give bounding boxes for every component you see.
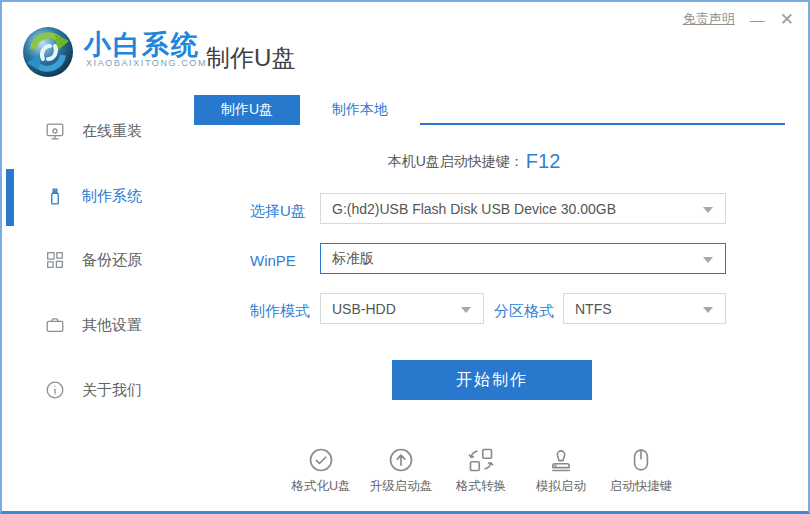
partition-select-label: 分区格式 (494, 302, 554, 321)
sidebar-item-label: 制作系统 (82, 187, 142, 206)
minimize-button[interactable]: — (750, 12, 765, 27)
sidebar-item-label: 关于我们 (82, 381, 142, 400)
page-title: 制作U盘 (206, 42, 295, 74)
close-button[interactable]: ✕ (780, 11, 794, 28)
tool-upgrade-bootdisk[interactable]: 升级启动盘 (366, 446, 436, 495)
tool-label: 格式转换 (456, 478, 506, 495)
winpe-select-value: 标准版 (332, 250, 374, 268)
tab-make-usb[interactable]: 制作U盘 (194, 95, 300, 125)
tool-label: 升级启动盘 (370, 478, 433, 495)
tool-label: 启动快捷键 (610, 478, 673, 495)
boot-hotkey-row: 本机U盘启动快捷键：F12 (194, 150, 754, 173)
arrow-up-circle-icon (387, 446, 415, 474)
tool-simulate-boot[interactable]: 模拟启动 (526, 446, 596, 495)
convert-arrows-icon (467, 446, 495, 474)
monitor-icon (44, 120, 66, 142)
boot-hotkey-label: 本机U盘启动快捷键： (388, 153, 524, 169)
boot-hotkey-value: F12 (526, 150, 560, 172)
start-make-button[interactable]: 开始制作 (392, 360, 592, 400)
usb-select-value: G:(hd2)USB Flash Disk USB Device 30.00GB (332, 201, 616, 217)
chevron-down-icon (703, 257, 713, 263)
tool-format-usb[interactable]: 格式化U盘 (286, 446, 356, 495)
info-circle-icon (44, 379, 66, 401)
stamp-icon (547, 446, 575, 474)
tab-make-local[interactable]: 制作本地 (300, 95, 420, 125)
check-circle-icon (307, 446, 335, 474)
titlebar-controls: 免责声明 — ✕ (683, 10, 794, 28)
briefcase-icon (44, 314, 66, 336)
brand-logo-icon (22, 26, 74, 78)
mouse-icon (627, 446, 655, 474)
usb-select[interactable]: G:(hd2)USB Flash Disk USB Device 30.00GB (320, 193, 726, 224)
grid-squares-icon (44, 249, 66, 271)
sidebar-item-make-system[interactable]: 制作系统 (44, 185, 142, 207)
chevron-down-icon (461, 307, 471, 313)
partition-select-value: NTFS (575, 301, 612, 317)
tool-format-convert[interactable]: 格式转换 (446, 446, 516, 495)
tab-bar: 制作U盘 制作本地 (194, 95, 785, 125)
mode-select-value: USB-HDD (332, 301, 396, 317)
mode-select-label: 制作模式 (250, 302, 310, 321)
sidebar-item-online-reinstall[interactable]: 在线重装 (44, 120, 142, 142)
winpe-select-label: WinPE (250, 252, 296, 269)
disclaimer-link[interactable]: 免责声明 (683, 10, 735, 28)
tool-boot-hotkey[interactable]: 启动快捷键 (606, 446, 676, 495)
tool-label: 格式化U盘 (291, 478, 350, 495)
footer-tools: 格式化U盘 升级启动盘 格式转换 (286, 446, 676, 495)
sidebar-item-label: 在线重装 (82, 122, 142, 141)
mode-select[interactable]: USB-HDD (320, 293, 484, 324)
partition-select[interactable]: NTFS (563, 293, 726, 324)
sidebar-item-about-us[interactable]: 关于我们 (44, 379, 142, 401)
app-window: 免责声明 — ✕ 小白系统 XIAOBAIXITONG.COM 制作U盘 在线重… (0, 0, 810, 514)
sidebar-item-label: 备份还原 (82, 251, 142, 270)
chevron-down-icon (703, 207, 713, 213)
tool-label: 模拟启动 (536, 478, 586, 495)
sidebar-active-indicator (6, 169, 14, 226)
sidebar-item-other-settings[interactable]: 其他设置 (44, 314, 142, 336)
usb-select-label: 选择U盘 (250, 202, 306, 221)
brand-domain: XIAOBAIXITONG.COM (86, 58, 207, 68)
winpe-select[interactable]: 标准版 (320, 243, 726, 274)
sidebar-item-backup-restore[interactable]: 备份还原 (44, 249, 142, 271)
usb-drive-icon (44, 185, 66, 207)
sidebar-item-label: 其他设置 (82, 316, 142, 335)
chevron-down-icon (703, 307, 713, 313)
